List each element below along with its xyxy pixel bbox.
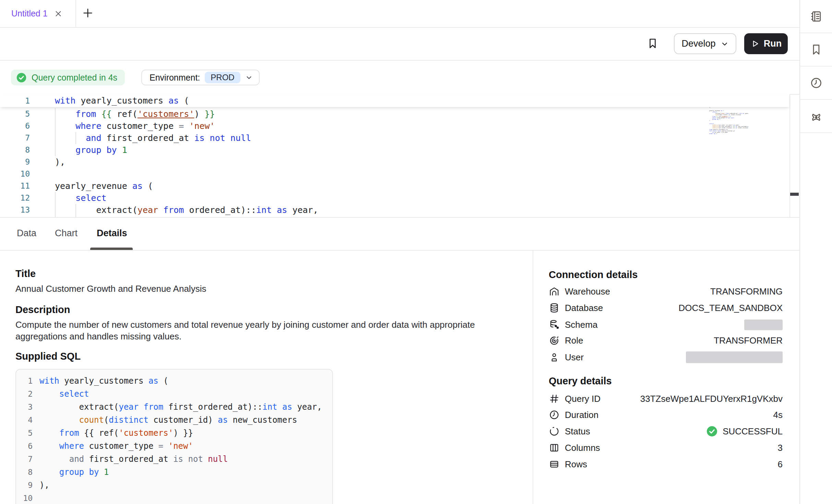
columns-icon	[549, 442, 560, 453]
redacted-value	[744, 320, 783, 330]
title-text: Annual Customer Growth and Revenue Analy…	[15, 283, 206, 295]
rail-button-history[interactable]	[800, 67, 832, 100]
detail-row: RoleTRANSFORMER	[549, 332, 783, 349]
compass-icon	[810, 110, 823, 123]
bookmark-button[interactable]	[646, 34, 659, 55]
main-column: Untitled 1 Develop	[0, 0, 799, 504]
row-value: 33TZseWpe1ALFDUYerxR1gVKxbv	[640, 394, 783, 404]
role-icon	[549, 335, 560, 346]
sql-block-line: 7 and first_ordered_at is not null	[16, 453, 332, 466]
database-icon	[549, 302, 560, 313]
sql-text: ),	[39, 479, 49, 492]
sql-text: group by 1	[39, 466, 109, 479]
detail-row: DatabaseDOCS_TEAM_SANDBOX	[549, 300, 783, 316]
duration-icon	[549, 409, 560, 420]
editor-toolbar: Develop Run	[0, 28, 799, 61]
sql-text: count(distinct customer_id) as new_custo…	[39, 413, 297, 427]
query-status-pill: Query completed in 4s	[11, 70, 125, 85]
row-value: 4s	[773, 410, 783, 420]
plus-icon	[82, 7, 94, 20]
row-label: Role	[565, 335, 583, 346]
sql-block-line: 3 extract(year from first_ordered_at)::i…	[16, 400, 332, 413]
tab-details[interactable]: Details	[97, 228, 127, 239]
sql-block-line: 9),	[16, 479, 332, 492]
sql-editor[interactable]: Query completed in 4s Environment: PROD …	[0, 61, 799, 218]
row-value: 3	[778, 443, 783, 453]
editor-scrollbar[interactable]	[789, 94, 799, 218]
code-text: and first_ordered_at is not null	[55, 132, 251, 144]
bookmark-icon	[810, 43, 823, 56]
check-circle-icon	[706, 425, 718, 437]
sql-text: extract(year from first_ordered_at)::int…	[39, 400, 322, 413]
details-panel: Title Annual Customer Growth and Revenue…	[0, 251, 799, 504]
sql-block-line: 4 count(distinct customer_id) as new_cus…	[16, 413, 332, 427]
sql-text: where customer_type = 'new'	[39, 440, 193, 453]
tab-data[interactable]: Data	[17, 228, 36, 239]
code-line: 8 group by 1	[0, 144, 789, 156]
new-tab-button[interactable]	[80, 0, 96, 27]
detail-row: Columns3	[549, 440, 783, 456]
sql-block-line: 10	[16, 492, 332, 504]
code-text	[55, 168, 60, 180]
tab-chart[interactable]: Chart	[55, 228, 78, 239]
code-text: select	[55, 192, 107, 204]
chevron-down-icon	[245, 74, 253, 81]
scrollbar-thumb[interactable]	[790, 193, 799, 196]
check-circle-icon	[16, 72, 27, 83]
line-number: 8	[16, 466, 33, 479]
tab-untitled-1[interactable]: Untitled 1	[0, 0, 76, 27]
sql-text: select	[39, 387, 89, 400]
detail-row: Query ID33TZseWpe1ALFDUYerxR1gVKxbv	[549, 391, 783, 407]
sql-block-line: 2 select	[16, 387, 332, 400]
code-text: from {{ ref('customers') }}	[55, 108, 215, 120]
line-number: 4	[16, 413, 33, 427]
history-icon	[810, 76, 823, 89]
query-status-text: Query completed in 4s	[32, 73, 117, 83]
row-label: Database	[565, 303, 603, 313]
redacted-value	[686, 351, 783, 363]
code-line: 6 where customer_type = 'new'	[0, 120, 789, 132]
tab-title: Untitled 1	[11, 9, 48, 19]
line-number: 13	[0, 204, 30, 216]
code-line: 11yearly_revenue as (	[0, 180, 789, 192]
sql-text: and first_ordered_at is not null	[39, 453, 228, 466]
status-icon	[549, 426, 560, 437]
sql-block-line: 8 group by 1	[16, 466, 332, 479]
row-label: Rows	[565, 459, 587, 470]
develop-dropdown[interactable]: Develop	[674, 33, 736, 54]
rail-button-bookmark[interactable]	[800, 33, 832, 67]
environment-selector[interactable]: Environment: PROD	[141, 70, 260, 85]
environment-value-chip: PROD	[205, 72, 240, 83]
supplied-sql-block: 1with yearly_customers as (2 select3 ext…	[15, 369, 333, 504]
title-heading: Title	[15, 268, 36, 279]
develop-label: Develop	[681, 38, 715, 49]
line-number: 12	[0, 192, 30, 204]
details-left-pane: Title Annual Customer Growth and Revenue…	[0, 251, 533, 504]
active-tab-underline	[90, 248, 133, 250]
row-value: TRANSFORMING	[710, 286, 783, 297]
sql-text: from {{ ref('customers') }}	[39, 427, 193, 440]
indent-guide	[75, 204, 76, 218]
run-button[interactable]: Run	[744, 33, 788, 54]
environment-label: Environment:	[150, 73, 200, 83]
code-line: 10	[0, 168, 789, 180]
rail-button-compass[interactable]	[800, 100, 832, 133]
code-line: 13 extract(year from ordered_at)::int as…	[0, 204, 789, 216]
code-text: with yearly_customers as (	[55, 95, 189, 107]
row-label: Duration	[565, 410, 598, 420]
line-number: 9	[0, 156, 30, 168]
details-right-pane: Connection details WarehouseTRANSFORMING…	[534, 251, 799, 504]
line-number: 9	[16, 479, 33, 492]
schema-icon	[549, 319, 560, 330]
detail-row: Schema	[549, 316, 783, 333]
rows-icon	[549, 459, 560, 470]
line-number: 10	[16, 492, 33, 504]
detail-row: Duration4s	[549, 407, 783, 423]
row-value: 6	[778, 459, 783, 470]
line-number: 2	[16, 387, 33, 400]
close-icon[interactable]	[54, 9, 63, 18]
run-label: Run	[764, 38, 782, 49]
rail-button-notebook[interactable]	[800, 0, 832, 33]
row-label: Status	[565, 426, 590, 437]
notebook-icon	[810, 10, 823, 23]
